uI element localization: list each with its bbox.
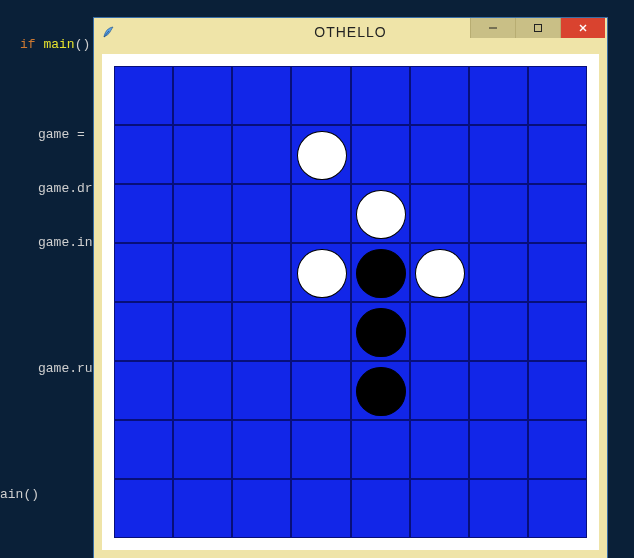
- board-cell[interactable]: [528, 302, 587, 361]
- board-cell[interactable]: [114, 420, 173, 479]
- board-cell[interactable]: [410, 420, 469, 479]
- board-cell[interactable]: [114, 125, 173, 184]
- minimize-button[interactable]: [470, 18, 515, 38]
- board-cell[interactable]: [410, 66, 469, 125]
- board-cell[interactable]: [469, 302, 528, 361]
- black-piece: [356, 367, 406, 417]
- board-cell[interactable]: [291, 243, 350, 302]
- board-cell[interactable]: [173, 125, 232, 184]
- board-cell[interactable]: [173, 479, 232, 538]
- board-cell[interactable]: [351, 243, 410, 302]
- board-cell[interactable]: [114, 66, 173, 125]
- board-cell[interactable]: [410, 302, 469, 361]
- titlebar[interactable]: OTHELLO: [94, 18, 607, 46]
- board-cell[interactable]: [410, 361, 469, 420]
- white-piece: [356, 190, 406, 240]
- board-cell[interactable]: [528, 66, 587, 125]
- board-cell[interactable]: [469, 420, 528, 479]
- board-cell[interactable]: [232, 243, 291, 302]
- board-cell[interactable]: [528, 479, 587, 538]
- black-piece: [356, 249, 406, 299]
- board-cell[interactable]: [173, 302, 232, 361]
- board-cell[interactable]: [410, 184, 469, 243]
- board-cell[interactable]: [469, 243, 528, 302]
- board-cell[interactable]: [528, 361, 587, 420]
- feather-icon: [100, 23, 118, 41]
- white-piece: [297, 131, 347, 181]
- window-client-area: [94, 46, 607, 558]
- board-cell[interactable]: [291, 479, 350, 538]
- board-cell[interactable]: [469, 125, 528, 184]
- white-piece: [297, 249, 347, 299]
- board-cell[interactable]: [173, 420, 232, 479]
- board-cell[interactable]: [173, 361, 232, 420]
- board-cell[interactable]: [232, 479, 291, 538]
- board-cell[interactable]: [351, 302, 410, 361]
- board-cell[interactable]: [351, 479, 410, 538]
- board-cell[interactable]: [173, 184, 232, 243]
- board-cell[interactable]: [232, 125, 291, 184]
- board-cell[interactable]: [232, 420, 291, 479]
- othello-window: OTHELLO: [94, 18, 607, 558]
- board-cell[interactable]: [351, 125, 410, 184]
- board-cell[interactable]: [469, 66, 528, 125]
- board-cell[interactable]: [232, 302, 291, 361]
- board-cell[interactable]: [410, 125, 469, 184]
- black-piece: [356, 308, 406, 358]
- board-cell[interactable]: [291, 125, 350, 184]
- board-cell[interactable]: [351, 420, 410, 479]
- canvas-frame: [102, 54, 599, 550]
- board-cell[interactable]: [173, 243, 232, 302]
- board-cell[interactable]: [114, 479, 173, 538]
- board-cell[interactable]: [528, 184, 587, 243]
- maximize-button[interactable]: [515, 18, 560, 38]
- svg-rect-1: [535, 25, 542, 32]
- board-cell[interactable]: [291, 420, 350, 479]
- board-cell[interactable]: [173, 66, 232, 125]
- board-cell[interactable]: [351, 184, 410, 243]
- board-cell[interactable]: [351, 66, 410, 125]
- board-cell[interactable]: [528, 243, 587, 302]
- board-cell[interactable]: [232, 361, 291, 420]
- board-cell[interactable]: [469, 184, 528, 243]
- board-cell[interactable]: [114, 302, 173, 361]
- board-cell[interactable]: [291, 184, 350, 243]
- window-controls: [470, 18, 605, 38]
- board-cell[interactable]: [114, 184, 173, 243]
- board-cell[interactable]: [291, 302, 350, 361]
- board-cell[interactable]: [528, 125, 587, 184]
- board-cell[interactable]: [291, 361, 350, 420]
- board-cell[interactable]: [469, 361, 528, 420]
- board-cell[interactable]: [410, 243, 469, 302]
- board-cell[interactable]: [232, 184, 291, 243]
- board-cell[interactable]: [114, 361, 173, 420]
- board-cell[interactable]: [528, 420, 587, 479]
- board-cell[interactable]: [469, 479, 528, 538]
- board-cell[interactable]: [410, 479, 469, 538]
- close-button[interactable]: [560, 18, 605, 38]
- othello-board[interactable]: [114, 66, 587, 538]
- board-cell[interactable]: [114, 243, 173, 302]
- board-cell[interactable]: [351, 361, 410, 420]
- board-cell[interactable]: [232, 66, 291, 125]
- white-piece: [415, 249, 465, 299]
- board-cell[interactable]: [291, 66, 350, 125]
